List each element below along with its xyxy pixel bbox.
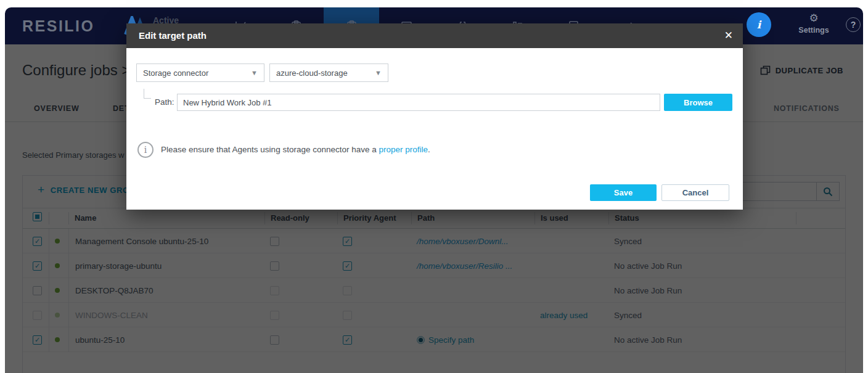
resilio-logo: RESILIO xyxy=(22,17,95,35)
info-message: Please ensure that Agents using storage … xyxy=(161,145,430,154)
path-label: Path: xyxy=(155,94,174,111)
gear-icon: ⚙ xyxy=(794,12,833,25)
help-button[interactable]: ? xyxy=(846,17,861,32)
storage-name-dropdown[interactable]: azure-cloud-storage ▼ xyxy=(269,64,388,82)
info-button[interactable]: i xyxy=(747,12,771,37)
storage-type-dropdown[interactable]: Storage connector ▼ xyxy=(136,64,264,82)
chevron-down-icon: ▼ xyxy=(251,69,258,76)
tree-connector xyxy=(144,89,151,99)
settings-label: Settings xyxy=(794,26,833,35)
info-circle-icon: i xyxy=(137,142,154,158)
cancel-button[interactable]: Cancel xyxy=(661,184,729,201)
modal-body: Storage connector ▼ azure-cloud-storage … xyxy=(126,48,743,210)
path-input[interactable] xyxy=(177,94,660,111)
close-icon[interactable]: ✕ xyxy=(724,23,733,48)
save-button[interactable]: Save xyxy=(590,184,657,201)
modal-header: Edit target path ✕ xyxy=(126,23,743,48)
settings-button[interactable]: ⚙ Settings xyxy=(794,12,833,35)
edit-target-path-modal: Edit target path ✕ Storage connector ▼ a… xyxy=(126,23,743,210)
browse-button[interactable]: Browse xyxy=(664,94,732,111)
chevron-down-icon: ▼ xyxy=(375,69,382,76)
modal-title: Edit target path xyxy=(139,23,207,48)
proper-profile-link[interactable]: proper profile xyxy=(379,145,428,154)
